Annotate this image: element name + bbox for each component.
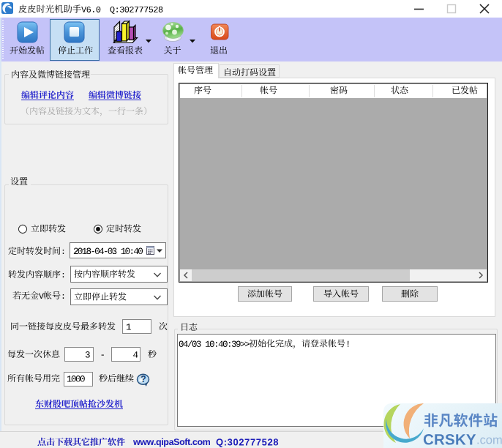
svg-text:?: ? (141, 374, 146, 384)
